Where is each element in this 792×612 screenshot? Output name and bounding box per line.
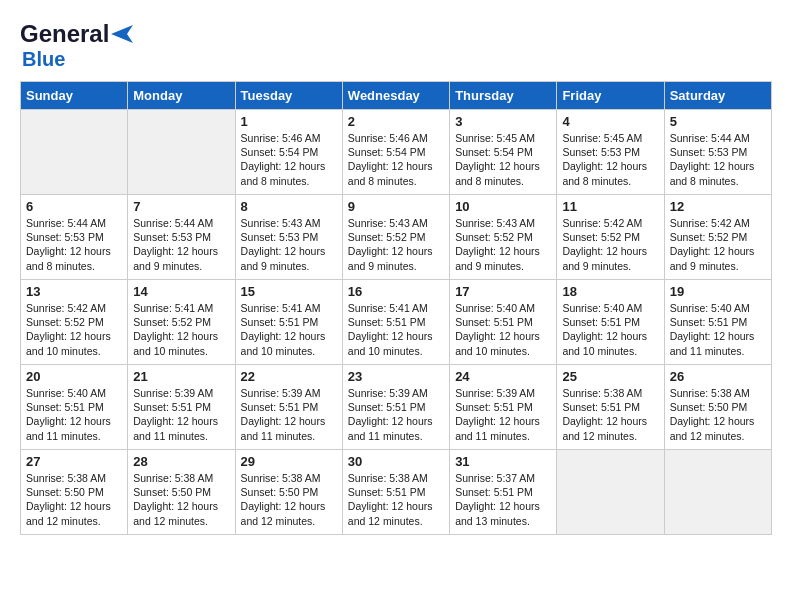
day-info: Sunrise: 5:42 AM Sunset: 5:52 PM Dayligh… xyxy=(670,216,766,273)
calendar-cell: 11Sunrise: 5:42 AM Sunset: 5:52 PM Dayli… xyxy=(557,195,664,280)
day-number: 29 xyxy=(241,454,337,469)
logo-bird-icon xyxy=(111,25,133,43)
day-number: 9 xyxy=(348,199,444,214)
day-number: 21 xyxy=(133,369,229,384)
day-info: Sunrise: 5:41 AM Sunset: 5:51 PM Dayligh… xyxy=(348,301,444,358)
calendar-cell xyxy=(128,110,235,195)
week-row: 20Sunrise: 5:40 AM Sunset: 5:51 PM Dayli… xyxy=(21,365,772,450)
day-info: Sunrise: 5:39 AM Sunset: 5:51 PM Dayligh… xyxy=(348,386,444,443)
day-info: Sunrise: 5:37 AM Sunset: 5:51 PM Dayligh… xyxy=(455,471,551,528)
day-of-week-header: Wednesday xyxy=(342,82,449,110)
calendar-cell: 5Sunrise: 5:44 AM Sunset: 5:53 PM Daylig… xyxy=(664,110,771,195)
calendar-cell: 3Sunrise: 5:45 AM Sunset: 5:54 PM Daylig… xyxy=(450,110,557,195)
day-number: 4 xyxy=(562,114,658,129)
logo-blue-text: Blue xyxy=(22,48,65,71)
day-number: 10 xyxy=(455,199,551,214)
day-info: Sunrise: 5:43 AM Sunset: 5:53 PM Dayligh… xyxy=(241,216,337,273)
day-info: Sunrise: 5:43 AM Sunset: 5:52 PM Dayligh… xyxy=(455,216,551,273)
day-of-week-header: Thursday xyxy=(450,82,557,110)
calendar-cell: 27Sunrise: 5:38 AM Sunset: 5:50 PM Dayli… xyxy=(21,450,128,535)
day-info: Sunrise: 5:44 AM Sunset: 5:53 PM Dayligh… xyxy=(133,216,229,273)
day-of-week-header: Sunday xyxy=(21,82,128,110)
calendar-cell: 31Sunrise: 5:37 AM Sunset: 5:51 PM Dayli… xyxy=(450,450,557,535)
week-row: 1Sunrise: 5:46 AM Sunset: 5:54 PM Daylig… xyxy=(21,110,772,195)
day-number: 22 xyxy=(241,369,337,384)
day-of-week-header: Saturday xyxy=(664,82,771,110)
day-number: 24 xyxy=(455,369,551,384)
day-of-week-header: Monday xyxy=(128,82,235,110)
day-number: 11 xyxy=(562,199,658,214)
day-info: Sunrise: 5:41 AM Sunset: 5:52 PM Dayligh… xyxy=(133,301,229,358)
day-number: 5 xyxy=(670,114,766,129)
day-info: Sunrise: 5:39 AM Sunset: 5:51 PM Dayligh… xyxy=(241,386,337,443)
day-number: 25 xyxy=(562,369,658,384)
calendar-cell: 13Sunrise: 5:42 AM Sunset: 5:52 PM Dayli… xyxy=(21,280,128,365)
day-number: 20 xyxy=(26,369,122,384)
day-info: Sunrise: 5:45 AM Sunset: 5:53 PM Dayligh… xyxy=(562,131,658,188)
calendar-cell: 23Sunrise: 5:39 AM Sunset: 5:51 PM Dayli… xyxy=(342,365,449,450)
day-number: 6 xyxy=(26,199,122,214)
calendar-cell: 6Sunrise: 5:44 AM Sunset: 5:53 PM Daylig… xyxy=(21,195,128,280)
calendar-cell: 28Sunrise: 5:38 AM Sunset: 5:50 PM Dayli… xyxy=(128,450,235,535)
calendar-table: SundayMondayTuesdayWednesdayThursdayFrid… xyxy=(20,81,772,535)
day-info: Sunrise: 5:39 AM Sunset: 5:51 PM Dayligh… xyxy=(455,386,551,443)
day-info: Sunrise: 5:38 AM Sunset: 5:51 PM Dayligh… xyxy=(562,386,658,443)
svg-marker-0 xyxy=(111,25,133,43)
day-info: Sunrise: 5:40 AM Sunset: 5:51 PM Dayligh… xyxy=(455,301,551,358)
calendar-cell: 9Sunrise: 5:43 AM Sunset: 5:52 PM Daylig… xyxy=(342,195,449,280)
calendar-cell: 20Sunrise: 5:40 AM Sunset: 5:51 PM Dayli… xyxy=(21,365,128,450)
day-info: Sunrise: 5:38 AM Sunset: 5:50 PM Dayligh… xyxy=(670,386,766,443)
day-info: Sunrise: 5:42 AM Sunset: 5:52 PM Dayligh… xyxy=(562,216,658,273)
day-number: 2 xyxy=(348,114,444,129)
day-number: 17 xyxy=(455,284,551,299)
calendar-cell: 10Sunrise: 5:43 AM Sunset: 5:52 PM Dayli… xyxy=(450,195,557,280)
calendar-body: 1Sunrise: 5:46 AM Sunset: 5:54 PM Daylig… xyxy=(21,110,772,535)
calendar-cell: 30Sunrise: 5:38 AM Sunset: 5:51 PM Dayli… xyxy=(342,450,449,535)
day-info: Sunrise: 5:44 AM Sunset: 5:53 PM Dayligh… xyxy=(26,216,122,273)
day-info: Sunrise: 5:42 AM Sunset: 5:52 PM Dayligh… xyxy=(26,301,122,358)
day-of-week-header: Friday xyxy=(557,82,664,110)
day-info: Sunrise: 5:38 AM Sunset: 5:50 PM Dayligh… xyxy=(241,471,337,528)
calendar-cell: 15Sunrise: 5:41 AM Sunset: 5:51 PM Dayli… xyxy=(235,280,342,365)
day-number: 8 xyxy=(241,199,337,214)
logo: General Blue xyxy=(20,20,133,71)
day-number: 28 xyxy=(133,454,229,469)
calendar-cell xyxy=(664,450,771,535)
day-number: 23 xyxy=(348,369,444,384)
day-info: Sunrise: 5:43 AM Sunset: 5:52 PM Dayligh… xyxy=(348,216,444,273)
day-number: 7 xyxy=(133,199,229,214)
calendar-cell: 18Sunrise: 5:40 AM Sunset: 5:51 PM Dayli… xyxy=(557,280,664,365)
calendar-cell: 24Sunrise: 5:39 AM Sunset: 5:51 PM Dayli… xyxy=(450,365,557,450)
day-info: Sunrise: 5:40 AM Sunset: 5:51 PM Dayligh… xyxy=(670,301,766,358)
day-number: 15 xyxy=(241,284,337,299)
day-info: Sunrise: 5:46 AM Sunset: 5:54 PM Dayligh… xyxy=(348,131,444,188)
day-number: 3 xyxy=(455,114,551,129)
day-number: 13 xyxy=(26,284,122,299)
day-info: Sunrise: 5:38 AM Sunset: 5:50 PM Dayligh… xyxy=(133,471,229,528)
day-info: Sunrise: 5:44 AM Sunset: 5:53 PM Dayligh… xyxy=(670,131,766,188)
day-number: 18 xyxy=(562,284,658,299)
calendar-cell: 22Sunrise: 5:39 AM Sunset: 5:51 PM Dayli… xyxy=(235,365,342,450)
calendar-cell: 12Sunrise: 5:42 AM Sunset: 5:52 PM Dayli… xyxy=(664,195,771,280)
calendar-cell xyxy=(21,110,128,195)
calendar-cell: 14Sunrise: 5:41 AM Sunset: 5:52 PM Dayli… xyxy=(128,280,235,365)
calendar-header-row: SundayMondayTuesdayWednesdayThursdayFrid… xyxy=(21,82,772,110)
day-number: 31 xyxy=(455,454,551,469)
week-row: 27Sunrise: 5:38 AM Sunset: 5:50 PM Dayli… xyxy=(21,450,772,535)
calendar-cell: 26Sunrise: 5:38 AM Sunset: 5:50 PM Dayli… xyxy=(664,365,771,450)
day-number: 12 xyxy=(670,199,766,214)
day-info: Sunrise: 5:39 AM Sunset: 5:51 PM Dayligh… xyxy=(133,386,229,443)
day-info: Sunrise: 5:38 AM Sunset: 5:50 PM Dayligh… xyxy=(26,471,122,528)
calendar-cell: 4Sunrise: 5:45 AM Sunset: 5:53 PM Daylig… xyxy=(557,110,664,195)
calendar-cell: 29Sunrise: 5:38 AM Sunset: 5:50 PM Dayli… xyxy=(235,450,342,535)
calendar-cell: 8Sunrise: 5:43 AM Sunset: 5:53 PM Daylig… xyxy=(235,195,342,280)
week-row: 13Sunrise: 5:42 AM Sunset: 5:52 PM Dayli… xyxy=(21,280,772,365)
calendar-cell: 19Sunrise: 5:40 AM Sunset: 5:51 PM Dayli… xyxy=(664,280,771,365)
calendar-cell: 16Sunrise: 5:41 AM Sunset: 5:51 PM Dayli… xyxy=(342,280,449,365)
page-header: General Blue xyxy=(20,20,772,71)
day-info: Sunrise: 5:45 AM Sunset: 5:54 PM Dayligh… xyxy=(455,131,551,188)
day-number: 1 xyxy=(241,114,337,129)
calendar-cell: 21Sunrise: 5:39 AM Sunset: 5:51 PM Dayli… xyxy=(128,365,235,450)
calendar-cell: 25Sunrise: 5:38 AM Sunset: 5:51 PM Dayli… xyxy=(557,365,664,450)
day-number: 19 xyxy=(670,284,766,299)
